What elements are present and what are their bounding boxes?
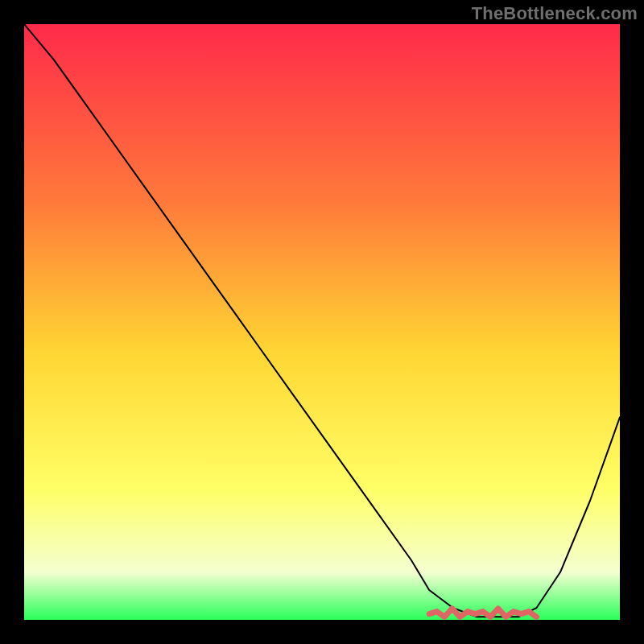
watermark-text: TheBottleneck.com: [472, 3, 638, 24]
chart-svg: [24, 24, 620, 620]
gradient-background: [24, 24, 620, 620]
chart-frame: TheBottleneck.com: [0, 0, 644, 644]
plot-area: [24, 24, 620, 620]
